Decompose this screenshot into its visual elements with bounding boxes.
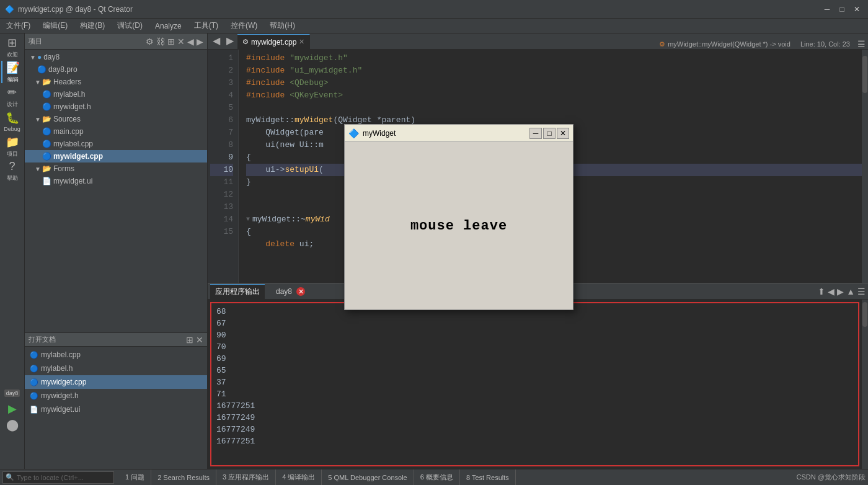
preview-titlebar: 🔷 myWidget ─ □ ✕ xyxy=(345,125,573,142)
sidebar-edit[interactable]: 📝 编辑 xyxy=(1,61,24,83)
tab-close-mywidgetcpp[interactable]: ✕ xyxy=(299,38,304,46)
filter-icon[interactable]: ⚙ xyxy=(146,37,154,47)
status-compile-output[interactable]: 4 编译输出 xyxy=(276,469,322,486)
left-panel: 项目 ⚙ ⛓ ⊞ ✕ ◀ ▶ ▼ ● day8 xyxy=(25,33,208,469)
menu-edit[interactable]: 编辑(E) xyxy=(39,19,71,32)
line-numbers: 1 2 3 4 5 6 7 8 9 10 11 12 13 14 xyxy=(208,50,239,283)
tree-item-forms[interactable]: ▼ 📂 Forms xyxy=(25,162,207,175)
output-line-7: 37 xyxy=(216,376,853,388)
menu-analyze[interactable]: Analyze xyxy=(151,20,185,32)
menu-help[interactable]: 帮助(H) xyxy=(266,19,299,32)
bottom-nav-left-icon[interactable]: ◀ xyxy=(828,287,835,296)
search-icon: 🔍 xyxy=(6,473,14,481)
tree-item-day8[interactable]: ▼ ● day8 xyxy=(25,51,207,63)
nav-fwd-icon[interactable]: ▶ xyxy=(197,37,203,47)
bottom-up-icon[interactable]: ▲ xyxy=(846,287,855,296)
preview-maximize[interactable]: □ xyxy=(543,128,556,139)
preview-content-text: mouse leave xyxy=(410,218,507,234)
app-icon: 🔷 xyxy=(5,5,14,14)
status-general[interactable]: 6 概要信息 xyxy=(414,469,460,486)
status-app-output[interactable]: 3 应用程序输出 xyxy=(216,469,276,486)
status-test-results[interactable]: 8 Test Results xyxy=(460,469,516,486)
menu-tools[interactable]: 工具(T) xyxy=(190,19,222,32)
bottom-settings-icon[interactable]: ☰ xyxy=(857,287,866,296)
code-line-2: #include "ui_mywidget.h" xyxy=(246,65,862,77)
bottom-day8-tab[interactable]: day8 ✕ xyxy=(272,286,309,297)
menu-file[interactable]: 文件(F) xyxy=(2,19,34,32)
day8-sidebar-label: day8 xyxy=(4,389,20,397)
location-label: Line: 10, Col: 23 xyxy=(800,40,850,48)
open-doc-mywidgetcpp[interactable]: 🔵 mywidget.cpp xyxy=(25,375,207,389)
bottom-tab-close-x[interactable]: ✕ xyxy=(296,287,305,296)
status-problems[interactable]: 1 问题 xyxy=(119,469,151,486)
menu-build[interactable]: 构建(B) xyxy=(76,19,108,32)
run-button[interactable]: ▶ xyxy=(8,402,17,416)
tree-item-maincpp[interactable]: 🔵 main.cpp xyxy=(25,125,207,138)
menu-controls[interactable]: 控件(W) xyxy=(227,19,261,32)
status-right-text: CSDN @觉心求知阶段 xyxy=(797,473,866,482)
open-doc-mywidgetui[interactable]: 📄 mywidget.ui xyxy=(25,403,207,416)
preview-icon: 🔷 xyxy=(348,128,359,138)
open-docs-panel: 打开文档 ⊞ ✕ 🔵 mylabel.cpp 🔵 mylabel.h xyxy=(25,332,207,469)
output-line-12: 16777251 xyxy=(216,435,853,447)
tab-nav-back[interactable]: ◀ xyxy=(210,33,223,49)
preview-close[interactable]: ✕ xyxy=(557,128,569,139)
status-search-results[interactable]: 2 Search Results xyxy=(151,469,216,486)
preview-window[interactable]: 🔷 myWidget ─ □ ✕ mouse leave xyxy=(344,124,574,310)
sidebar-welcome[interactable]: ⊞ 欢迎 xyxy=(1,36,24,58)
maximize-button[interactable]: □ xyxy=(836,3,848,16)
status-items: 1 问题 2 Search Results 3 应用程序输出 4 编译输出 5 … xyxy=(119,469,516,486)
bottom-tab-icons: ⬆ ◀ ▶ ▲ ☰ xyxy=(818,287,866,296)
output-line-2: 67 xyxy=(216,318,853,329)
project-panel-header: 项目 ⚙ ⛓ ⊞ ✕ ◀ ▶ xyxy=(25,33,207,50)
bottom-tab-output[interactable]: 应用程序输出 xyxy=(210,284,265,299)
tree-item-mylabelcpp[interactable]: 🔵 mylabel.cpp xyxy=(25,138,207,150)
status-qml-debug[interactable]: 5 QML Debugger Console xyxy=(322,469,414,486)
project-title: 项目 xyxy=(29,37,42,46)
menu-debug[interactable]: 调试(D) xyxy=(113,19,146,32)
output-line-10: 16777249 xyxy=(216,412,853,424)
bottom-upload-icon[interactable]: ⬆ xyxy=(818,287,825,296)
sidebar-debug[interactable]: 🐛 Debug xyxy=(1,110,24,133)
output-line-6: 65 xyxy=(216,365,853,376)
close-panel-icon[interactable]: ✕ xyxy=(177,37,185,47)
open-docs-list: 🔵 mylabel.cpp 🔵 mylabel.h 🔵 mywidget.cpp… xyxy=(25,347,207,469)
open-docs-sync-icon[interactable]: ⊞ xyxy=(186,335,193,345)
tree-item-sources[interactable]: ▼ 📂 Sources xyxy=(25,113,207,125)
preview-minimize[interactable]: ─ xyxy=(529,128,542,139)
nav-back-icon[interactable]: ◀ xyxy=(187,37,194,47)
tree-item-mywidgetui[interactable]: 📄 mywidget.ui xyxy=(25,175,207,187)
sidebar-help[interactable]: ? 帮助 xyxy=(1,160,24,182)
open-docs-close-icon[interactable]: ✕ xyxy=(196,335,203,345)
tab-nav-fwd[interactable]: ▶ xyxy=(224,33,236,49)
tab-settings-icon[interactable]: ☰ xyxy=(857,39,866,49)
tree-item-day8pro[interactable]: 🔵 day8.pro xyxy=(25,63,207,76)
tree-item-mywidgetcpp[interactable]: 🔵 mywidget.cpp xyxy=(25,150,207,162)
close-button[interactable]: ✕ xyxy=(851,3,863,16)
tree-item-headers[interactable]: ▼ 📂 Headers xyxy=(25,76,207,88)
statusbar: 🔍 Type to locate (Ctrl+... 1 问题 2 Search… xyxy=(0,469,868,485)
tree-item-mylabelh[interactable]: 🔵 mylabel.h xyxy=(25,88,207,100)
minimize-button[interactable]: ─ xyxy=(821,3,833,16)
open-doc-mylabelcpp[interactable]: 🔵 mylabel.cpp xyxy=(25,348,207,362)
output-line-4: 70 xyxy=(216,341,853,353)
editor-tab-mywidgetcpp[interactable]: ⚙ mywidget.cpp ✕ xyxy=(237,34,310,49)
status-search-box[interactable]: 🔍 Type to locate (Ctrl+... xyxy=(2,471,114,484)
sidebar-projects[interactable]: 📁 项目 xyxy=(1,135,24,158)
output-scrollbar[interactable] xyxy=(862,300,868,469)
sidebar-design[interactable]: ✏ 设计 xyxy=(1,86,24,108)
code-line-1: #include "mywidget.h" xyxy=(246,52,862,65)
tree-item-mywidgeth[interactable]: 🔵 mywidget.h xyxy=(25,100,207,113)
output-line-8: 71 xyxy=(216,388,853,400)
stop-button[interactable]: ⬤ xyxy=(6,418,19,432)
bottom-nav-right-icon[interactable]: ▶ xyxy=(837,287,844,296)
grid-icon[interactable]: ⊞ xyxy=(167,37,175,47)
output-content[interactable]: 68 67 90 70 69 65 37 71 16777251 1677724… xyxy=(210,302,859,466)
sidebar-icons: ⊞ 欢迎 📝 编辑 ✏ 设计 🐛 Debug 📁 项目 ? 帮助 xyxy=(0,33,25,469)
editor-scrollbar[interactable] xyxy=(862,50,868,283)
open-doc-mywidgeth[interactable]: 🔵 mywidget.h xyxy=(25,389,207,403)
code-line-4: #include <QKeyEvent> xyxy=(246,89,862,102)
open-doc-mylabelh[interactable]: 🔵 mylabel.h xyxy=(25,362,207,375)
link-icon[interactable]: ⛓ xyxy=(156,37,165,47)
function-label: ⚙ xyxy=(659,40,665,48)
